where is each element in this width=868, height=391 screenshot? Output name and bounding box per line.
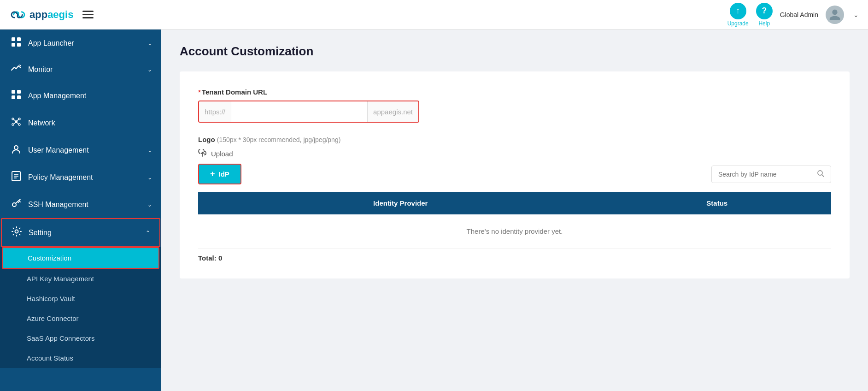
sidebar-item-label-user-management: User Management — [28, 146, 141, 154]
sidebar-item-label-app-launcher: App Launcher — [28, 39, 141, 47]
col-identity-provider: Identity Provider — [198, 192, 603, 214]
sidebar-sub-item-azure-connector[interactable]: Azure Connector — [0, 308, 161, 328]
help-button[interactable]: ? Help — [756, 3, 773, 27]
table-header-row: Identity Provider Status — [198, 192, 831, 214]
svg-rect-2 — [12, 43, 15, 47]
sidebar-sub-item-saas-app-connectors[interactable]: SaaS App Connectors — [0, 328, 161, 348]
sidebar-sub-item-customization[interactable]: Customization — [2, 247, 159, 269]
domain-suffix: appaegis.net — [367, 101, 418, 122]
svg-line-4 — [20, 65, 21, 66]
svg-line-26 — [18, 202, 19, 203]
sidebar-sub-item-hashicorp-vault[interactable]: Hashicorp Vault — [0, 289, 161, 308]
svg-point-13 — [18, 124, 20, 125]
account-status-label: Account Status — [27, 354, 73, 362]
sidebar-submenu: Customization API Key Management Hashico… — [0, 247, 161, 368]
idp-table-body: There's no identity provider yet. — [198, 214, 831, 249]
sidebar-item-app-management[interactable]: App Management — [0, 82, 161, 109]
api-key-management-label: API Key Management — [27, 275, 94, 283]
layout: App Launcher ⌄ Monitor ⌄ App Management … — [0, 30, 868, 391]
header-right: ↑ Upgrade ? Help Global Admin ⌄ — [727, 3, 859, 27]
tenant-domain-input[interactable] — [231, 108, 367, 116]
svg-line-14 — [14, 119, 15, 121]
app-launcher-icon — [11, 37, 22, 49]
sidebar-item-network[interactable]: Network — [0, 109, 161, 136]
svg-rect-7 — [12, 95, 15, 99]
sidebar-item-label-monitor: Monitor — [28, 65, 141, 74]
required-asterisk: * — [198, 88, 201, 96]
user-management-icon — [11, 144, 22, 156]
svg-point-27 — [15, 230, 18, 233]
logo-section: Logo (150px * 30px recommended, jpg/jpeg… — [198, 136, 831, 160]
upload-button[interactable]: ▴💨 Upload — [198, 147, 233, 160]
monitor-icon — [11, 64, 22, 75]
sidebar-item-setting[interactable]: Setting ⌃ — [1, 218, 160, 247]
saas-app-connectors-label: SaaS App Connectors — [27, 334, 95, 342]
logo-text: appaegis — [29, 9, 73, 21]
tenant-domain-input-wrapper: https:// appaegis.net — [198, 101, 419, 123]
svg-rect-5 — [12, 90, 15, 94]
app-management-icon — [11, 89, 22, 102]
sidebar-item-label-setting: Setting — [29, 229, 139, 237]
upload-label: Upload — [211, 150, 233, 158]
sidebar-item-label-app-management: App Management — [28, 92, 152, 100]
svg-point-12 — [12, 124, 14, 125]
avatar-icon — [828, 8, 841, 21]
svg-line-30 — [822, 175, 824, 177]
monitor-chevron: ⌄ — [147, 66, 152, 73]
add-idp-button[interactable]: + IdP — [198, 164, 241, 184]
tenant-domain-section: *Tenant Domain URL https:// appaegis.net — [198, 88, 831, 123]
sidebar-sub-item-account-status[interactable]: Account Status — [0, 348, 161, 368]
empty-message: There's no identity provider yet. — [198, 214, 831, 249]
sidebar-sub-item-api-key-management[interactable]: API Key Management — [0, 269, 161, 289]
upgrade-icon: ↑ — [730, 3, 746, 19]
upload-cloud-icon — [198, 149, 207, 158]
idp-search-input[interactable] — [718, 171, 813, 178]
svg-line-15 — [17, 119, 18, 121]
user-chevron-icon[interactable]: ⌄ — [853, 11, 859, 18]
logo-hint: (150px * 30px recommended, jpg/jpeg/png) — [217, 136, 341, 143]
policy-management-icon — [11, 171, 22, 184]
app-launcher-chevron: ⌄ — [147, 40, 152, 47]
setting-chevron: ⌃ — [146, 230, 150, 236]
sidebar-item-label-policy-management: Policy Management — [28, 173, 141, 182]
setting-icon — [11, 226, 22, 239]
idp-search-wrapper — [711, 166, 831, 183]
total-count: Total: 0 — [198, 254, 831, 262]
svg-rect-3 — [17, 43, 21, 47]
domain-prefix: https:// — [199, 101, 231, 122]
sidebar-item-monitor[interactable]: Monitor ⌄ — [0, 57, 161, 82]
svg-point-18 — [14, 146, 18, 149]
svg-point-11 — [18, 118, 20, 120]
svg-rect-8 — [17, 95, 21, 99]
idp-section: + IdP Identity Provider Status — [198, 164, 831, 262]
svg-rect-6 — [17, 90, 21, 94]
customization-label: Customization — [28, 254, 71, 262]
customization-card: *Tenant Domain URL https:// appaegis.net… — [180, 71, 850, 278]
hamburger-menu[interactable] — [82, 11, 94, 18]
azure-connector-label: Azure Connector — [27, 314, 79, 322]
avatar[interactable] — [826, 6, 844, 24]
table-row-empty: There's no identity provider yet. — [198, 214, 831, 249]
page-title: Account Customization — [180, 44, 850, 59]
sidebar-item-label-ssh-management: SSH Management — [28, 201, 141, 209]
col-status: Status — [603, 192, 831, 214]
sidebar-item-user-management[interactable]: User Management ⌄ — [0, 136, 161, 164]
logo-field-label: Logo (150px * 30px recommended, jpg/jpeg… — [198, 136, 831, 143]
header: appaegis ↑ Upgrade ? Help Global Admin ⌄ — [0, 0, 868, 30]
svg-rect-0 — [12, 37, 15, 41]
header-left: appaegis — [9, 8, 94, 21]
svg-line-17 — [17, 123, 18, 124]
svg-point-10 — [12, 118, 14, 120]
idp-table: Identity Provider Status There's no iden… — [198, 192, 831, 249]
upgrade-button[interactable]: ↑ Upgrade — [727, 3, 749, 27]
sidebar-item-app-launcher[interactable]: App Launcher ⌄ — [0, 30, 161, 57]
sidebar-item-ssh-management[interactable]: SSH Management ⌄ — [0, 191, 161, 218]
sidebar-item-label-network: Network — [28, 119, 152, 127]
user-label: Global Admin — [780, 11, 818, 18]
logo-infinity-icon — [9, 8, 27, 21]
add-idp-label: IdP — [219, 170, 229, 178]
sidebar-item-policy-management[interactable]: Policy Management ⌄ — [0, 164, 161, 191]
svg-rect-1 — [17, 37, 21, 41]
tenant-domain-label: *Tenant Domain URL — [198, 88, 831, 96]
idp-header-row: + IdP — [198, 164, 831, 184]
